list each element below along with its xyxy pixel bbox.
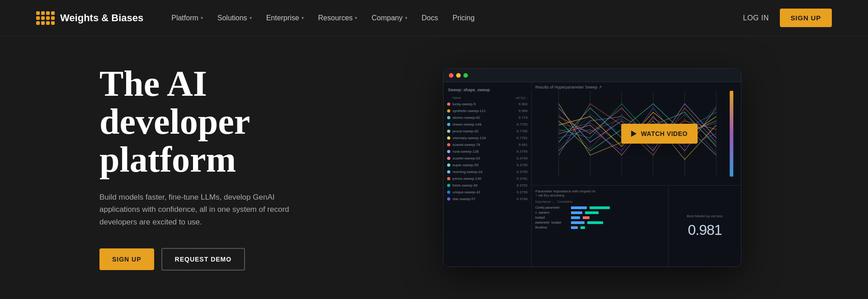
- importance-bar: [571, 216, 580, 219]
- login-button[interactable]: LOG IN: [743, 14, 769, 22]
- run-row: scarlet-sweep-79 9.691: [443, 141, 531, 148]
- run-value: 9.691: [519, 143, 528, 147]
- run-row: unique-sweep-42 9.3756: [443, 189, 531, 196]
- run-name: drawn-sweep-148: [453, 122, 514, 126]
- run-row: prince-sweep-130 9.3761: [443, 175, 531, 182]
- run-color-dot: [447, 130, 450, 133]
- param-bars: [571, 216, 665, 219]
- run-value: 9.3756: [517, 150, 528, 154]
- run-name: prince-sweep-130: [453, 177, 514, 181]
- importance-bar: [571, 206, 587, 209]
- sweep-title: Sweep: shape_sweep: [443, 86, 531, 95]
- hero-content: The AIdeveloperplatform Build models fas…: [99, 65, 326, 271]
- run-row: star-sweep-57 9.3748: [443, 196, 531, 202]
- run-value: 9.3756: [517, 190, 528, 194]
- run-color-dot: [447, 123, 450, 126]
- correlation-bar: [580, 226, 585, 229]
- chevron-down-icon: ▾: [355, 15, 357, 20]
- run-value: 9.3748: [517, 197, 528, 201]
- param-rows: Config parameter n_params budget paramet…: [535, 206, 665, 229]
- run-row: synthetic-sweep-111 9.988: [443, 107, 531, 114]
- chart-title: Results of Hyperparameter Sweep ↗: [535, 85, 602, 89]
- correlation-bar: [583, 216, 590, 219]
- run-name: super-sweep-55: [453, 163, 514, 167]
- param-importance-title: Parameter importance with respect to↑ va…: [535, 189, 665, 197]
- run-row: fresh-sweep-36 9.3752: [443, 182, 531, 189]
- param-name: parameter_budget: [535, 221, 569, 224]
- run-value: 9.3756: [517, 170, 528, 174]
- param-row: n_params: [535, 211, 665, 214]
- run-color-dot: [447, 109, 450, 112]
- run-value: 9.988: [519, 109, 528, 113]
- logo-link[interactable]: Weights & Biases: [36, 11, 143, 25]
- run-name: fresh-sweep-36: [453, 183, 514, 187]
- correlation-bar: [587, 221, 603, 224]
- hero-buttons: SIGN UP REQUEST DEMO: [99, 248, 326, 271]
- hero-subtitle: Build models faster, fine-tune LLMs, dev…: [99, 191, 289, 228]
- chevron-down-icon: ▾: [250, 15, 252, 20]
- svg-rect-6: [730, 91, 733, 177]
- run-color-dot: [447, 191, 450, 194]
- dashboard-runs-panel: Sweep: shape_sweep Name val f(x) ↑ lucky…: [443, 82, 532, 266]
- run-color-dot: [447, 177, 450, 180]
- run-color-dot: [447, 150, 450, 153]
- parallel-coords-chart: Results of Hyperparameter Sweep ↗: [532, 82, 741, 185]
- run-name: proud-sweep-62: [453, 129, 514, 133]
- run-value: 9.3752: [517, 183, 528, 187]
- nav-item-resources[interactable]: Resources ▾: [312, 10, 363, 26]
- run-value: 9.778: [519, 116, 528, 120]
- param-row: Runtime: [535, 226, 665, 229]
- watch-video-label: WATCH VIDEO: [641, 130, 688, 137]
- run-name: visionary-sweep-118: [453, 136, 514, 140]
- run-name: atomic-sweep-62: [453, 116, 516, 120]
- dashboard-content: Sweep: shape_sweep Name val f(x) ↑ lucky…: [443, 82, 741, 266]
- importance-col-label: Importance ↓: [535, 200, 553, 203]
- run-color-dot: [447, 116, 450, 119]
- signup-button[interactable]: SIGN UP: [780, 9, 832, 27]
- run-name: morning-sweep-18: [453, 170, 514, 174]
- run-color-dot: [447, 143, 450, 146]
- run-value: 9.7755: [517, 122, 528, 126]
- nav-item-enterprise[interactable]: Enterprise ▾: [260, 10, 310, 26]
- nav-item-company[interactable]: Company ▾: [365, 10, 413, 26]
- chevron-down-icon: ▾: [302, 15, 304, 20]
- nav-item-docs[interactable]: Docs: [415, 10, 444, 26]
- run-value: 9.7781: [517, 136, 528, 140]
- correlation-bar: [585, 211, 599, 214]
- param-name: Runtime: [535, 226, 569, 229]
- run-row: drawn-sweep-148 9.7755: [443, 121, 531, 128]
- hero-section: The AIdeveloperplatform Build models fas…: [0, 36, 868, 299]
- correlation-col-label: Correlation: [557, 200, 572, 203]
- run-row: lucky-sweep-5 9.983: [443, 101, 531, 107]
- dashboard-topbar: [443, 69, 741, 82]
- window-close-dot: [449, 73, 453, 78]
- navbar: Weights & Biases Platform ▾ Solutions ▾ …: [0, 0, 868, 36]
- runs-list: lucky-sweep-5 9.983 synthetic-sweep-111 …: [443, 101, 531, 202]
- param-row: budget: [535, 216, 665, 219]
- chevron-down-icon: ▾: [405, 15, 407, 20]
- param-name: Config parameter: [535, 206, 569, 209]
- run-color-dot: [447, 136, 450, 140]
- hero-title: The AIdeveloperplatform: [99, 65, 326, 178]
- run-value: 9.7786: [517, 129, 528, 133]
- hero-demo-button[interactable]: REQUEST DEMO: [161, 248, 245, 271]
- run-color-dot: [447, 103, 450, 106]
- nav-item-solutions[interactable]: Solutions ▾: [211, 10, 258, 26]
- play-icon: [631, 131, 637, 137]
- run-color-dot: [447, 184, 450, 187]
- param-bars: [571, 211, 665, 214]
- watch-video-button[interactable]: WATCH VIDEO: [621, 124, 698, 144]
- param-bars: [571, 206, 665, 209]
- run-color-dot: [447, 197, 450, 201]
- nav-item-pricing[interactable]: Pricing: [446, 10, 481, 26]
- run-name: star-sweep-57: [453, 197, 514, 201]
- metric-value: 0.981: [688, 222, 722, 238]
- run-row: visionary-sweep-118 9.7781: [443, 135, 531, 141]
- hero-signup-button[interactable]: SIGN UP: [99, 248, 154, 270]
- nav-item-platform[interactable]: Platform ▾: [165, 10, 209, 26]
- run-name: scarlet-sweep-79: [453, 143, 516, 147]
- nav-actions: LOG IN SIGN UP: [743, 9, 832, 27]
- dashboard-screenshot: Sweep: shape_sweep Name val f(x) ↑ lucky…: [443, 68, 741, 267]
- param-name: n_params: [535, 211, 569, 214]
- run-row: rural-sweep-128 9.3756: [443, 148, 531, 155]
